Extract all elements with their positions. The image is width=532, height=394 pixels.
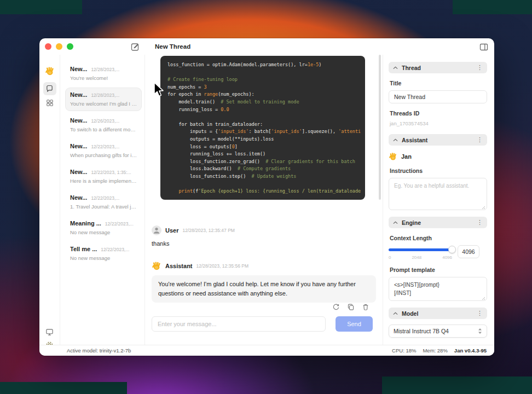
sidebar-item-hub[interactable] [43,96,56,109]
kebab-menu-icon[interactable]: ⋮ [477,137,483,143]
context-length-value[interactable]: 4096 [458,245,479,258]
thread-title-input[interactable] [389,90,487,103]
thread-item-date: 12/22/2023,... [91,144,119,149]
jan-wave-icon [389,152,397,161]
user-message: User 12/28/2023, 12:35:47 PM thanks [152,225,376,247]
delete-trash-icon[interactable] [361,302,371,312]
thread-item-preview: No new message [70,255,138,261]
code-line: loss_function = optim.Adam(model.paramet… [167,61,365,69]
slider-ticks: 0 2048 4096 [389,255,452,260]
message-timestamp: 12/28/2023, 12:35:47 PM [182,228,234,233]
memory-usage: Mem: 28% [423,347,447,354]
code-line: loss_function.step() # Update weights [167,173,365,181]
kebab-menu-icon[interactable]: ⋮ [477,219,483,225]
sidebar-item-threads[interactable] [43,82,56,95]
code-block: loss_function = optim.Adam(model.paramet… [160,56,365,200]
thread-item-title: Tell me ... [70,246,97,252]
section-header-model[interactable]: Model ⋮ [389,308,487,319]
section-header-thread[interactable]: Thread ⋮ [389,62,487,73]
thread-item-preview: Here is a simple implementati... [70,178,138,184]
tick-label: 0 [389,255,391,260]
wallpaper-corner-block [0,382,127,394]
thread-item-title: New... [70,91,87,98]
kebab-menu-icon[interactable]: ⋮ [477,310,483,316]
close-button[interactable] [45,43,51,50]
thread-list-item[interactable]: New...12/28/2023,...You're welcome! [66,62,141,85]
chat-main: loss_function = optim.Adam(model.paramet… [145,55,383,345]
prompt-template-label: Prompt template [390,266,487,273]
instructions-textarea[interactable] [389,178,487,210]
section-header-engine[interactable]: Engine ⋮ [389,217,487,228]
thread-item-title: Meaning ... [70,220,101,227]
active-model-status: Active model: trinity-v1.2-7b [67,347,131,354]
thread-list-item[interactable]: New...12/26/2023,...To switch to a diffe… [66,114,141,136]
code-line [167,69,365,77]
regenerate-icon[interactable] [331,302,341,312]
right-settings-panel: Thread ⋮ Title Threads ID jan_1703574534… [383,55,494,345]
thread-list-item[interactable]: Tell me ...12/22/2023,...No new message [66,242,141,265]
code-line: outputs = model(**inputs).loss [167,136,365,143]
message-text: thanks [152,240,376,247]
section-title: Engine [402,219,421,226]
thread-item-title: New... [70,66,87,72]
message-role: User [165,227,178,234]
wallpaper-corner-block [0,0,82,14]
copy-icon[interactable] [346,302,356,312]
window-controls [39,43,73,50]
thread-item-date: 12/22/2023,... [105,221,134,227]
thread-item-preview: When purchasing gifts for in-... [70,152,138,158]
section-header-assistant[interactable]: Assistant ⋮ [389,134,487,146]
assistant-name: Jan [401,153,412,160]
model-select[interactable]: Mistral Instruct 7B Q4 [389,325,487,338]
context-length-label: Context Length [390,235,487,241]
message-input[interactable] [152,316,326,332]
threads-id-label: Threads ID [390,110,487,117]
code-line: for epoch in range(num_epochs): [167,91,365,99]
code-line [167,113,365,121]
message-timestamp: 12/28/2023, 12:35:56 PM [196,263,248,269]
send-button[interactable]: Send [336,316,373,332]
code-line: model.train() # Set model to training mo… [167,99,365,106]
code-line: loss = outputs[0] [167,143,365,151]
prompt-template-textarea[interactable]: <s>[INST]{prompt} [/INST] [389,277,487,301]
thread-item-preview: You're welcome! I'm glad I cou... [70,101,138,107]
code-line: loss_function.zero_grad() # Clear gradie… [167,158,365,166]
right-panel-toggle-icon[interactable] [479,42,489,52]
code-line [167,181,365,188]
code-line: # Create fine-tuning loop [167,76,365,84]
thread-list-item[interactable]: New...12/22/2023, 1:35:...Here is a simp… [66,165,141,188]
thread-list-item[interactable]: Meaning ...12/22/2023,...No new message [66,217,141,239]
desktop-wallpaper: New Thread [0,0,532,394]
message-actions [331,302,371,312]
jan-logo-wave-icon [43,65,56,78]
context-length-slider[interactable] [389,248,452,251]
thread-item-date: 12/28/2023,... [91,67,119,72]
wallpaper-corner-block [453,0,532,14]
kebab-menu-icon[interactable]: ⋮ [477,65,483,71]
chevron-up-icon [393,312,398,315]
new-thread-compose-icon[interactable] [130,42,140,52]
minimize-button[interactable] [56,43,62,50]
page-title: New Thread [155,43,190,50]
zoom-button[interactable] [67,43,73,50]
thread-list-item[interactable]: New...12/22/2023,...When purchasing gift… [66,140,141,162]
thread-item-title: New... [70,169,87,175]
system-monitor-icon[interactable] [43,325,56,338]
tick-label: 2048 [412,255,421,260]
slider-handle[interactable] [448,246,456,253]
thread-item-title: New... [70,194,87,201]
resize-handle[interactable] [482,206,485,210]
thread-list-item[interactable]: New...12/22/2023,...1. Travel Journal: A… [66,191,141,213]
status-bar: Active model: trinity-v1.2-7b CPU: 18% M… [39,345,494,356]
chat-scrollbar[interactable] [379,55,381,200]
instructions-label: Instructions [390,167,487,174]
assistant-avatar-wave-icon [152,261,161,271]
thread-item-date: 12/22/2023,... [101,247,129,252]
thread-item-preview: No new message [70,229,138,235]
left-icon-rail [39,55,60,345]
chevron-up-icon [393,221,398,224]
code-line: print(f'Epoch {epoch+1} loss: {running_l… [167,188,365,195]
resize-handle[interactable] [482,297,485,300]
thread-item-title: New... [70,117,87,124]
thread-list-item[interactable]: New...12/28/2023,...You're welcome! I'm … [66,88,141,111]
